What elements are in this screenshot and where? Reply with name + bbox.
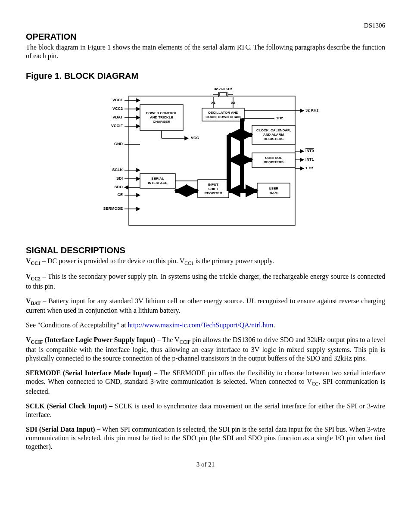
operation-body: The block diagram in Figure 1 shows the … (26, 43, 385, 60)
svg-text:SHIFT: SHIFT (208, 187, 218, 191)
signal-vccif: VCCIF (Interface Logic Power Supply Inpu… (26, 336, 385, 363)
operation-heading: OPERATION (26, 31, 385, 42)
svg-text:32 KHz: 32 KHz (305, 108, 319, 112)
svg-text:32.768 KHz: 32.768 KHz (214, 87, 232, 91)
svg-text:X1: X1 (211, 101, 215, 105)
svg-text:REGISTERS: REGISTERS (264, 160, 284, 164)
signal-sermode: SERMODE (Serial Interface Mode Input) – … (26, 369, 385, 396)
svg-text:X2: X2 (231, 101, 235, 105)
header-part-number: DS1306 (26, 22, 385, 30)
svg-text:INTERFACE: INTERFACE (148, 181, 168, 185)
signal-vcc1: VCC1 – DC power is provided to the devic… (26, 257, 385, 267)
svg-rect-31 (220, 93, 227, 96)
svg-text:VCCIF: VCCIF (111, 124, 123, 128)
svg-text:SERMODE: SERMODE (103, 206, 123, 211)
signal-vcc2: VCC2 – This is the secondary power suppl… (26, 272, 385, 291)
svg-text:SDO: SDO (114, 185, 123, 189)
svg-text:REGISTER: REGISTER (205, 191, 222, 195)
svg-text:CE: CE (117, 193, 123, 197)
svg-text:VBAT: VBAT (112, 115, 123, 119)
signal-vbat: VBAT – Battery input for any standard 3V… (26, 297, 385, 315)
svg-text:SCLK: SCLK (112, 168, 123, 172)
svg-text:CONTROL: CONTROL (265, 156, 282, 160)
signal-sdi: SDI (Serial Data Input) – When SPI commu… (26, 425, 385, 451)
block-diagram: VCC1 VCC2 VBAT VCCIF GND SCLK SDI SDO CE… (26, 84, 385, 235)
svg-text:REGISTERS: REGISTERS (264, 137, 284, 141)
svg-text:COUNTDOWN CHAIN: COUNTDOWN CHAIN (206, 115, 241, 119)
figure-heading: Figure 1. BLOCK DIAGRAM (26, 71, 385, 81)
svg-text:1Hz: 1Hz (276, 116, 283, 120)
svg-text:VCC1: VCC1 (112, 98, 123, 102)
svg-text:AND TRICKLE: AND TRICKLE (150, 115, 174, 119)
svg-text:INT0: INT0 (305, 149, 314, 153)
signal-descriptions-heading: SIGNAL DESCRIPTIONS (26, 245, 385, 256)
svg-text:INT1: INT1 (305, 157, 314, 162)
svg-text:GND: GND (114, 142, 123, 146)
svg-text:OSCILLATOR AND: OSCILLATOR AND (208, 111, 239, 115)
svg-text:SDI: SDI (116, 176, 123, 180)
conditions-link[interactable]: http://www.maxim-ic.com/TechSupport/QA/n… (128, 321, 274, 329)
signal-sclk: SCLK (Serial Clock Input) – SCLK is used… (26, 402, 385, 419)
svg-text:CLOCK, CALENDAR,: CLOCK, CALENDAR, (256, 128, 291, 132)
svg-text:CHARGER: CHARGER (153, 120, 171, 124)
conditions-link-paragraph: See "Conditions of Acceptability" at htt… (26, 321, 385, 330)
svg-text:RAM: RAM (270, 191, 278, 195)
svg-text:VCC2: VCC2 (112, 106, 123, 111)
svg-text:VCC: VCC (191, 136, 199, 140)
svg-text:POWER CONTROL: POWER CONTROL (146, 111, 177, 115)
svg-text:1 Hz: 1 Hz (305, 166, 314, 170)
svg-text:INPUT: INPUT (208, 183, 218, 187)
svg-text:USER: USER (269, 187, 278, 190)
page-number: 3 of 21 (26, 460, 385, 469)
svg-text:SERIAL: SERIAL (151, 177, 164, 180)
svg-text:AND ALARM: AND ALARM (263, 133, 284, 137)
